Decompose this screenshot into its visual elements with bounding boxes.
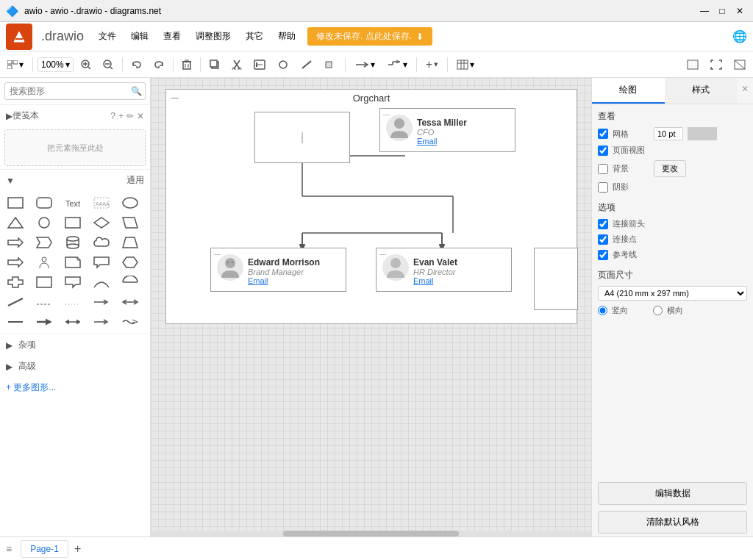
close-icon[interactable]: ✕	[137, 111, 144, 121]
canvas-scrollbar[interactable]	[151, 531, 591, 536]
connect-arrow-checkbox[interactable]	[598, 219, 608, 229]
shape-cloud[interactable]	[90, 234, 113, 251]
shape-speech[interactable]	[62, 273, 84, 291]
shape-rounded-rect[interactable]	[33, 194, 55, 212]
scrollbar-thumb[interactable]	[283, 531, 460, 536]
shape-rect-fill[interactable]	[62, 214, 84, 231]
bottom-menu-icon[interactable]: ≡	[6, 543, 12, 555]
background-change-btn[interactable]: 更改	[654, 160, 686, 177]
shape-circle[interactable]	[33, 214, 55, 231]
fit-btn[interactable]	[682, 57, 703, 72]
node-hr-director[interactable]: — Evan Valet HR Director Email	[376, 248, 512, 292]
node-placeholder[interactable]: |	[254, 112, 350, 163]
shape-text[interactable]: Text	[62, 194, 84, 212]
shape-rect[interactable]	[4, 194, 26, 212]
page-add-btn[interactable]: +	[74, 542, 81, 556]
maximize-btn[interactable]: □	[715, 4, 729, 18]
zoom-control[interactable]: 100% ▾	[38, 57, 74, 72]
page-tab[interactable]: Page-1	[21, 540, 68, 558]
view-toggle-btn[interactable]: ▾	[3, 57, 28, 72]
connect-point-checkbox[interactable]	[598, 234, 608, 245]
shape-wavy-arrow[interactable]	[119, 313, 141, 331]
drop-area[interactable]: 把元素拖至此处	[4, 129, 146, 166]
shape-line2[interactable]	[4, 313, 26, 331]
grid-checkbox[interactable]	[598, 129, 608, 139]
zoom-out-btn[interactable]	[99, 57, 118, 72]
landscape-radio[interactable]	[653, 306, 663, 315]
guideline-checkbox[interactable]	[598, 250, 608, 260]
save-notice[interactable]: 修改未保存. 点此处保存. ⬇	[307, 27, 432, 46]
menu-help[interactable]: 帮助	[272, 27, 301, 46]
section-misc[interactable]: ▶ 杂项	[0, 334, 150, 356]
format-btn[interactable]	[249, 57, 270, 72]
shadow-checkbox[interactable]	[598, 182, 608, 193]
shape-dotted-line[interactable]	[62, 293, 84, 311]
minimize-btn[interactable]: —	[697, 4, 712, 18]
section-notepad-header[interactable]: ▶ 便笺本 ? + ✏ ✕	[0, 105, 150, 126]
menu-other[interactable]: 其它	[240, 27, 269, 46]
help-icon[interactable]: ?	[110, 111, 115, 121]
menu-edit[interactable]: 编辑	[125, 27, 154, 46]
add-btn[interactable]: +▾	[421, 56, 443, 73]
cfo-email[interactable]: Email	[417, 137, 467, 146]
shape-ellipse[interactable]	[119, 194, 141, 212]
table-btn[interactable]: ▾	[452, 57, 479, 72]
menu-view[interactable]: 查看	[157, 27, 187, 46]
add-icon[interactable]: +	[118, 111, 124, 121]
shape-step[interactable]	[33, 234, 55, 251]
shape-dotted[interactable]: AAAA	[90, 194, 113, 212]
node-brand-manager[interactable]: — Edward Morrison Brand Manager Email	[210, 248, 346, 292]
tab-style[interactable]: 样式	[665, 78, 738, 104]
node-cfo-minimize[interactable]: —	[383, 111, 390, 118]
menu-adjust[interactable]: 调整图形	[190, 27, 237, 46]
redo-btn[interactable]	[149, 58, 168, 71]
right-panel-close-btn[interactable]: ✕	[737, 78, 753, 104]
shape-trapezoid[interactable]	[119, 234, 141, 251]
shape-dashed-line[interactable]	[33, 293, 55, 311]
shape-hexagon[interactable]	[119, 254, 141, 271]
shape-parallelogram[interactable]	[119, 214, 141, 231]
grid-value-input[interactable]	[654, 127, 683, 140]
canvas-area[interactable]: — Orgchart	[151, 78, 591, 536]
shape-double-arrow[interactable]	[119, 293, 141, 311]
waypoint-btn[interactable]: ▾	[382, 57, 412, 72]
search-input[interactable]	[4, 82, 146, 100]
reset-view-btn[interactable]	[729, 57, 750, 72]
shape-half-circle[interactable]	[119, 273, 141, 291]
node-bm-minimize[interactable]: —	[214, 251, 221, 258]
shape-rect2[interactable]	[33, 273, 55, 291]
shape-bold-arrow[interactable]	[33, 313, 55, 331]
stroke-btn[interactable]	[296, 57, 317, 72]
shape-cylinder[interactable]	[62, 234, 84, 251]
edit-data-btn[interactable]: 编辑数据	[598, 482, 747, 505]
undo-btn[interactable]	[127, 58, 146, 71]
shape-bidir-arrow[interactable]	[62, 313, 84, 331]
background-checkbox[interactable]	[598, 164, 608, 174]
diagram-minimize-btn[interactable]: —	[171, 93, 179, 101]
copy-btn[interactable]	[205, 57, 224, 72]
tab-drawing[interactable]: 绘图	[592, 78, 665, 104]
grid-color-btn[interactable]	[688, 127, 717, 140]
style-btn[interactable]	[273, 57, 293, 72]
close-btn[interactable]: ✕	[732, 4, 747, 18]
hr-email[interactable]: Email	[413, 276, 457, 285]
shape-note[interactable]	[62, 254, 84, 271]
shape-right-arrow[interactable]	[4, 234, 26, 251]
section-advanced[interactable]: ▶ 高级	[0, 356, 150, 377]
shape-arrow4[interactable]	[90, 313, 113, 331]
connector-btn[interactable]: ▾	[350, 57, 379, 72]
node-partial[interactable]	[534, 248, 578, 310]
global-icon[interactable]: 🌐	[732, 29, 747, 43]
zoom-in-btn[interactable]	[76, 57, 96, 72]
pageview-checkbox[interactable]	[598, 146, 608, 156]
page-size-select[interactable]: A4 (210 mm x 297 mm) A3 (297 mm x 420 mm…	[598, 286, 747, 301]
menu-file[interactable]: 文件	[93, 27, 122, 46]
shape-callout[interactable]	[90, 254, 113, 271]
fill-btn[interactable]	[320, 57, 340, 72]
fullscreen-btn[interactable]	[706, 57, 727, 72]
shape-person[interactable]	[33, 254, 55, 271]
edit-icon[interactable]: ✏	[126, 111, 134, 121]
node-hr-minimize[interactable]: —	[379, 251, 386, 258]
clear-style-btn[interactable]: 清除默认风格	[598, 511, 747, 534]
portrait-radio[interactable]	[598, 306, 607, 315]
